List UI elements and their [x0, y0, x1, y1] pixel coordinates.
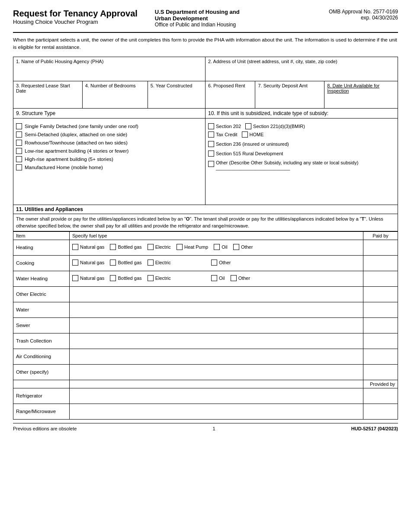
util-paid-water-heating[interactable] [363, 271, 398, 286]
cb-structure-3[interactable] [16, 148, 22, 154]
form-title: Request for Tenancy Approval [13, 9, 138, 19]
field-5: 5. Year Constructed [148, 81, 206, 108]
util-table-header: Item Specify fuel type Paid by [13, 231, 398, 240]
cb-subsidy-2[interactable] [208, 131, 214, 138]
utilities-intro: The owner shall provide or pay for the u… [13, 214, 398, 231]
heating-oil[interactable]: Oil [214, 244, 227, 250]
util-paid-cooking[interactable] [363, 255, 398, 271]
heating-natural-gas[interactable]: Natural gas [72, 244, 104, 250]
subsidy-label-5: Section 515 Rural Development [216, 151, 283, 156]
field-2-value[interactable] [208, 64, 395, 77]
utilities-table: Item Specify fuel type Paid by Heating N… [13, 231, 398, 420]
field-1-value[interactable] [16, 64, 202, 77]
util-paid-refrigerator[interactable] [363, 388, 398, 404]
structure-option-4[interactable]: High-rise apartment building (5+ stories… [16, 156, 202, 162]
cb-structure-5[interactable] [16, 164, 22, 170]
structure-option-2[interactable]: Rowhouse/Townhouse (attached on two side… [16, 140, 202, 146]
subsidy-option-1[interactable]: Section 221(d)(3)(BMIR) [245, 123, 305, 129]
wh-oil[interactable]: Oil [211, 275, 225, 281]
cooking-bottled-gas[interactable]: Bottled gas [110, 260, 141, 266]
cb-subsidy-0[interactable] [208, 123, 214, 129]
util-paid-range[interactable] [363, 404, 398, 419]
util-item-ac: Air Conditioning [13, 349, 70, 364]
field-2-label: 2. Address of Unit (street address, unit… [208, 59, 395, 64]
section-11-header: 11. Utilities and Appliances [13, 205, 398, 214]
subsidy-option-2[interactable]: Tax Credit [208, 131, 238, 138]
cb-structure-4[interactable] [16, 156, 22, 162]
subsidy-option-0[interactable]: Section 202 [208, 123, 241, 129]
dept-line2: Urban Development [155, 15, 329, 22]
section-10-header: 10. If this unit is subsidized, indicate… [206, 109, 398, 118]
field-3: 3. Requested Lease Start Date [13, 81, 83, 108]
cb-subsidy-4[interactable] [208, 141, 214, 147]
util-fuel-trash [70, 333, 363, 349]
structure-option-5[interactable]: Manufactured Home (mobile home) [16, 164, 202, 170]
field-1-label: 1. Name of Public Housing Agency (PHA) [16, 59, 202, 64]
field-6-value[interactable] [208, 88, 252, 101]
subsidy-option-3[interactable]: HOME [242, 131, 264, 138]
util-paid-water[interactable] [363, 302, 398, 317]
structure-options: Single Family Detached (one family under… [13, 119, 206, 205]
util-fuel-range [70, 404, 363, 419]
util-paid-sewer[interactable] [363, 317, 398, 333]
cb-subsidy-1[interactable] [245, 123, 251, 129]
subsidy-options: Section 202 Section 221(d)(3)(BMIR) Tax … [206, 119, 398, 205]
heating-electric[interactable]: Electric [148, 244, 171, 250]
cb-structure-1[interactable] [16, 131, 22, 138]
structure-option-0[interactable]: Single Family Detached (one family under… [16, 123, 202, 129]
subsidy-row-3: Section 515 Rural Development [208, 151, 395, 157]
structure-label-5: Manufactured Home (mobile home) [25, 165, 103, 170]
subsidy-option-4[interactable]: Section 236 (insured or uninsured) [208, 141, 289, 147]
util-item-cooking: Cooking [13, 255, 70, 271]
cooking-natural-gas[interactable]: Natural gas [72, 260, 104, 266]
cb-subsidy-3[interactable] [242, 131, 248, 138]
intro-text: When the participant selects a unit, the… [13, 36, 398, 51]
cooking-other[interactable]: Other [211, 260, 231, 266]
provided-by-label: Provided by [363, 380, 398, 388]
cb-structure-0[interactable] [16, 123, 22, 129]
subsidy-label-1: Section 221(d)(3)(BMIR) [253, 124, 305, 129]
field-4: 4. Number of Bedrooms [83, 81, 148, 108]
omb-block: OMB Approval No. 2577-0169 exp. 04/30/20… [329, 9, 398, 21]
util-item-water: Water [13, 302, 70, 317]
field-4-value[interactable] [85, 88, 145, 101]
cb-subsidy-5[interactable] [208, 151, 214, 157]
subsidy-option-6[interactable]: Other (Describe Other Subsidy, including… [208, 160, 391, 170]
dept-block: U.S Department of Housing and Urban Deve… [138, 9, 329, 28]
heating-bottled-gas[interactable]: Bottled gas [110, 244, 141, 250]
wh-natural-gas[interactable]: Natural gas [72, 275, 104, 281]
field-8-value[interactable] [327, 93, 395, 106]
heating-other[interactable]: Other [233, 244, 253, 250]
util-fuel-cooking: Natural gas Bottled gas Electric Other [70, 255, 363, 271]
util-paid-trash[interactable] [363, 333, 398, 349]
field-7-value[interactable] [258, 88, 321, 101]
structure-option-1[interactable]: Semi-Detached (duplex, attached on one s… [16, 131, 202, 138]
page-footer: Previous editions are obsolete 1 HUD-525… [13, 423, 398, 431]
cb-structure-2[interactable] [16, 140, 22, 146]
cooking-electric[interactable]: Electric [148, 260, 171, 266]
cb-subsidy-6[interactable] [208, 161, 214, 167]
structure-label-1: Semi-Detached (duplex, attached on one s… [25, 132, 127, 137]
util-paid-other-electric[interactable] [363, 286, 398, 302]
subsidy-label-2: Tax Credit [216, 132, 238, 137]
structure-option-3[interactable]: Low-rise apartment building (4 stories o… [16, 148, 202, 154]
field-3-value[interactable] [16, 93, 80, 106]
wh-bottled-gas[interactable]: Bottled gas [110, 275, 141, 281]
util-paid-other[interactable] [363, 364, 398, 380]
subsidy-option-5[interactable]: Section 515 Rural Development [208, 151, 283, 157]
field-8: 8. Date Unit Available for Inspection [324, 81, 398, 108]
wh-electric[interactable]: Electric [148, 275, 171, 281]
row-1-2: 1. Name of Public Housing Agency (PHA) 2… [13, 57, 398, 81]
util-fuel-water [70, 302, 363, 317]
util-paid-ac[interactable] [363, 349, 398, 364]
field-2: 2. Address of Unit (street address, unit… [206, 57, 398, 81]
util-paid-heating[interactable] [363, 240, 398, 255]
dept-line3: Office of Public and Indian Housing [155, 22, 329, 28]
omb-number: OMB Approval No. 2577-0169 [329, 9, 398, 15]
heating-heat-pump[interactable]: Heat Pump [177, 244, 208, 250]
field-8-label: 8. Date Unit Available for Inspection [327, 83, 395, 93]
field-5-label: 5. Year Constructed [151, 83, 202, 88]
wh-other[interactable]: Other [231, 275, 250, 281]
subsidy-row-0: Section 202 Section 221(d)(3)(BMIR) [208, 123, 395, 129]
field-5-value[interactable] [151, 88, 202, 101]
